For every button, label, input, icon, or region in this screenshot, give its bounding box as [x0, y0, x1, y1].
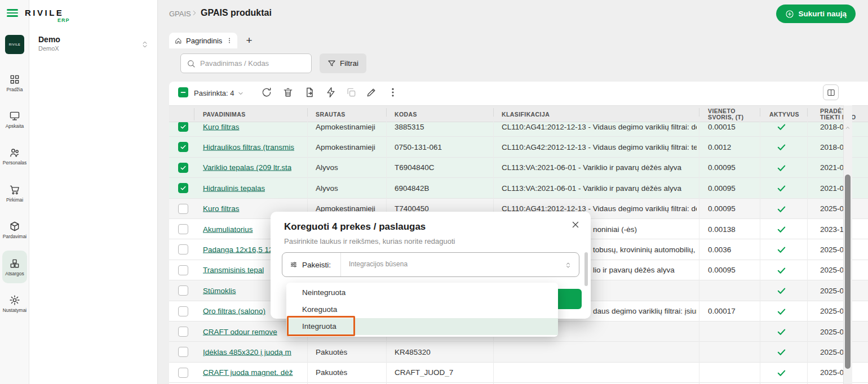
tab-kebab-icon[interactable]	[226, 37, 233, 44]
col-srautas[interactable]: Srautas	[316, 106, 346, 123]
row-checkbox[interactable]	[178, 142, 188, 152]
cell-pradeta: 2025-0	[820, 368, 844, 377]
col-kodas[interactable]: Kodas	[395, 106, 417, 123]
row-checkbox[interactable]	[178, 368, 188, 378]
col-klasifikacija[interactable]: Klasifikacija	[502, 106, 550, 123]
product-link[interactable]: Stūmoklis	[203, 286, 236, 294]
product-link[interactable]: Įdėklas 485x320 į juodą m	[203, 348, 291, 356]
table-row[interactable]: Variklio tepalas (209 ltr.sta Alyvos T69…	[169, 158, 868, 178]
table-row[interactable]: Įdėklas 485x320 į juodą m Pakuotės KR485…	[169, 342, 868, 362]
column-settings-button[interactable]	[823, 84, 839, 100]
rail-item[interactable]: Pardavimai	[2, 214, 27, 247]
vertical-scrollbar-thumb[interactable]	[845, 175, 851, 369]
cell-vieneto-svoris: 0.00017	[708, 307, 736, 315]
row-checkbox[interactable]	[178, 122, 188, 132]
table-row[interactable]: Hidraulinis tepalas Alyvos 6904842B CL11…	[169, 178, 868, 198]
row-checkbox[interactable]	[178, 265, 188, 275]
col-vieneto-svoris[interactable]: Vieneto svoris, (t)	[708, 106, 753, 123]
search-input[interactable]	[200, 54, 308, 73]
rail-item[interactable]: Pirkimai	[2, 177, 27, 209]
select-all-checkbox[interactable]	[178, 87, 188, 97]
grid-icon	[9, 74, 20, 85]
active-check-icon	[777, 122, 786, 132]
active-check-icon	[777, 286, 786, 296]
sidebar-panel	[29, 0, 158, 384]
row-checkbox[interactable]	[178, 183, 188, 193]
cell-pradeta: 2023-1	[820, 225, 844, 233]
org-switcher-icon[interactable]	[141, 39, 149, 50]
row-checkbox[interactable]	[178, 306, 188, 316]
row-checkbox[interactable]	[178, 163, 188, 173]
product-link[interactable]: Kuro filtras	[203, 122, 240, 131]
search-icon	[187, 59, 196, 68]
product-link[interactable]: Akumuliatorius	[203, 225, 253, 233]
row-checkbox[interactable]	[178, 285, 188, 296]
chevron-down-icon	[237, 90, 244, 97]
menu-toggle-icon[interactable]	[7, 9, 18, 18]
dropdown-option-integruota[interactable]: Integruota	[286, 318, 558, 335]
cell-vieneto-svoris: 0.00015	[708, 122, 736, 131]
col-aktyvus[interactable]: Aktyvus	[769, 106, 799, 123]
filter-label: Filtrai	[340, 59, 358, 68]
add-tab-button[interactable]: +	[242, 33, 256, 48]
cell-vieneto-svoris: 0.0036	[708, 245, 731, 254]
funnel-icon	[327, 59, 336, 68]
modal-scrollbar-thumb[interactable]	[584, 252, 588, 286]
cell-pradeta: 2025-0	[820, 204, 844, 213]
rail-item[interactable]: Apskaita	[2, 103, 27, 136]
row-checkbox[interactable]	[178, 224, 188, 234]
integration-bolt-icon[interactable]	[325, 87, 336, 98]
product-link[interactable]: CRAFT odour remove	[203, 327, 277, 336]
cell-vieneto-svoris: 0.00095	[708, 204, 736, 213]
product-link[interactable]: Kuro filtras	[203, 204, 240, 213]
cell-srautas: Alyvos	[316, 163, 338, 172]
cell-pradeta: 2021-0	[820, 184, 844, 192]
active-check-icon	[777, 204, 786, 214]
row-checkbox[interactable]	[178, 327, 188, 337]
delete-icon[interactable]	[282, 87, 294, 98]
modal-title: Koreguoti 4 prekes / paslaugas	[284, 221, 426, 233]
close-icon[interactable]	[570, 220, 581, 230]
rail-item[interactable]: Personalas	[2, 140, 27, 173]
dropdown-option-neintegruota[interactable]: Neintegruota	[286, 284, 558, 301]
dropdown-option-koreguota[interactable]: Koreguota	[286, 301, 558, 318]
selection-count[interactable]: Pasirinkta: 4	[194, 89, 244, 97]
row-checkbox[interactable]	[178, 244, 188, 254]
tab-pagrindinis[interactable]: Pagrindinis	[169, 33, 237, 48]
row-checkbox[interactable]	[178, 204, 188, 214]
change-field[interactable]: Pakeisti: Integracijos būsena	[282, 252, 579, 277]
product-link[interactable]: Hidraulikos filtras (transmis	[203, 143, 294, 151]
rail-item[interactable]: Nustatymai	[2, 287, 27, 320]
cell-pradeta: 2025-0	[820, 307, 844, 315]
export-file-icon[interactable]	[304, 87, 315, 98]
scrollbar-up-arrow[interactable]	[845, 123, 851, 133]
refresh-icon[interactable]	[261, 87, 272, 98]
select-spinner-icon[interactable]	[565, 260, 572, 270]
product-link[interactable]: Variklio tepalas (209 ltr.sta	[203, 163, 291, 172]
product-link[interactable]: Padanga 12x16,5 12	[203, 245, 273, 254]
table-row[interactable]: Hidraulikos filtras (transmis Apmokestin…	[169, 137, 868, 157]
col-pradeta[interactable]: Pradėta tiekti nuo	[820, 106, 860, 123]
more-kebab-icon[interactable]	[387, 87, 398, 98]
rail-item[interactable]: Atsargos	[2, 251, 27, 283]
org-code: DemoX	[38, 45, 59, 52]
active-check-icon	[777, 327, 786, 337]
cell-klasifikacija: CL110:AG42:2012-12-13 - Vidaus degimo va…	[502, 143, 697, 151]
table-row[interactable]: CRAFT juoda magnet. dėž Pakuotės CRAFT_J…	[169, 363, 868, 383]
change-field-prefix[interactable]: Pakeisti:	[282, 253, 341, 276]
cell-klasifikacija: CL113:VA:2021-06-01 - Variklio ir pavarų…	[502, 163, 697, 172]
breadcrumb-parent[interactable]: GPAIS	[169, 10, 191, 18]
edit-pencil-icon[interactable]	[366, 87, 377, 98]
change-label: Pakeisti:	[302, 261, 331, 269]
product-link[interactable]: Oro filtras (salono)	[203, 307, 265, 315]
cell-pradeta: 2025-0	[820, 245, 844, 254]
product-link[interactable]: Transmisinis tepal	[203, 266, 264, 274]
create-new-button[interactable]: Sukurti naują	[776, 5, 856, 23]
row-checkbox[interactable]	[178, 347, 188, 357]
home-icon	[175, 37, 182, 44]
product-link[interactable]: Hidraulinis tepalas	[203, 184, 265, 192]
filter-button[interactable]: Filtrai	[320, 53, 366, 73]
product-link[interactable]: CRAFT juoda magnet. dėž	[203, 368, 293, 377]
rail-item[interactable]: Pradžia	[2, 66, 27, 99]
col-pavadinimas[interactable]: Pavadinimas	[203, 106, 246, 123]
